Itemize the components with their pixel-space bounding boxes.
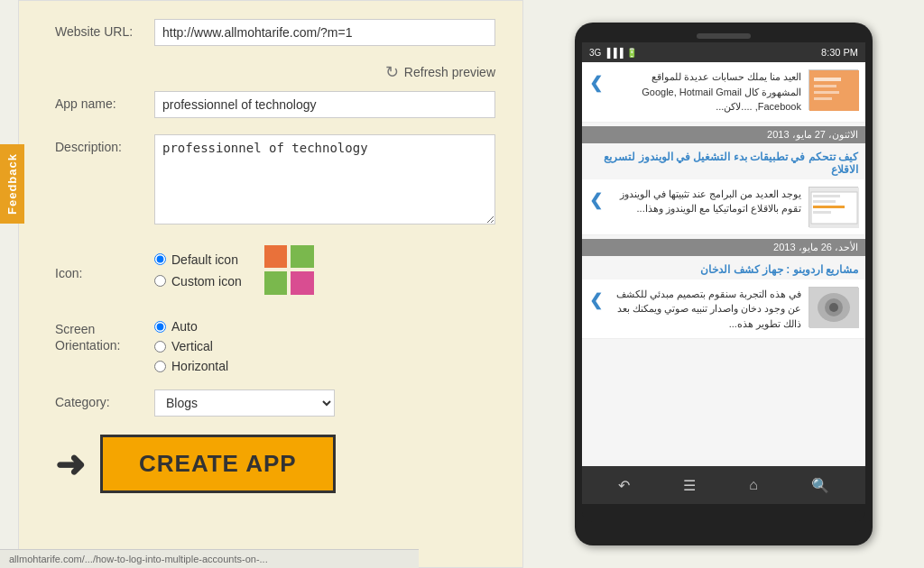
vertical-orientation-radio[interactable] — [154, 341, 166, 353]
svg-marker-1 — [291, 245, 314, 268]
list-item: ❮ في هذه التجربة سنقوم بتصميم مبدئي للكش… — [582, 279, 865, 340]
phone-bottom — [582, 504, 865, 522]
post-2-image — [808, 187, 858, 227]
create-app-button[interactable]: CREATE APP — [100, 435, 336, 493]
category-select[interactable]: Blogs News Technology Entertainment — [154, 389, 335, 417]
status-icons: 3G ▐▐▐ 🔋 — [589, 48, 637, 58]
svg-rect-12 — [813, 200, 836, 203]
vertical-orientation-option[interactable]: Vertical — [154, 339, 228, 353]
svg-rect-13 — [813, 206, 845, 208]
website-url-label: Website URL: — [55, 19, 154, 39]
post-3-text: في هذه التجربة سنقوم بتصميم مبدئي للكشف … — [610, 287, 801, 332]
custom-icon-radio[interactable] — [154, 275, 166, 287]
icon-row: Icon: Default icon Custom icon — [55, 241, 495, 299]
app-name-label: App name: — [55, 91, 154, 111]
vertical-orientation-label: Vertical — [171, 339, 213, 353]
refresh-preview-button[interactable]: ↻ Refresh preview — [385, 62, 495, 82]
phone-navigation: ↶ ☰ ⌂ 🔍 — [582, 466, 865, 504]
horizontal-orientation-label: Horizontal — [171, 359, 228, 373]
horizontal-orientation-option[interactable]: Horizontal — [154, 359, 228, 373]
website-url-row: Website URL: — [55, 19, 495, 46]
list-item: ❮ العيد منا يملك حسابات عديدة للمواقع ال… — [582, 62, 865, 123]
svg-rect-5 — [814, 78, 841, 81]
post-1-text: العيد منا يملك حسابات عديدة للمواقع المش… — [610, 69, 801, 115]
post-1-image — [808, 69, 858, 110]
app-name-input[interactable] — [154, 91, 495, 118]
svg-rect-4 — [809, 70, 859, 111]
svg-rect-7 — [814, 91, 839, 94]
phone-mockup: 3G ▐▐▐ 🔋 8:30 PM ❮ العيد منا يملك حسابات… — [575, 23, 873, 545]
network-icon: 3G — [589, 48, 601, 58]
chevron-left-icon: ❮ — [589, 287, 603, 310]
post-2-text: يوجد العديد من البرامج عند تثبيتها في ال… — [610, 187, 801, 216]
app-name-row: App name: — [55, 91, 495, 118]
post-3-image — [808, 287, 858, 327]
orientation-label: ScreenOrientation: — [55, 316, 154, 353]
feedback-tab[interactable]: Feedback — [0, 144, 24, 224]
svg-marker-0 — [264, 245, 287, 268]
description-textarea[interactable]: professionnel of technology — [154, 134, 495, 224]
create-row: ➜ CREATE APP — [55, 435, 495, 493]
screen-content[interactable]: ❮ العيد منا يملك حسابات عديدة للمواقع ال… — [582, 62, 865, 466]
svg-rect-11 — [813, 195, 840, 197]
phone-preview-panel: 3G ▐▐▐ 🔋 8:30 PM ❮ العيد منا يملك حسابات… — [523, 0, 924, 568]
date-header-1: الاثنون، 27 مايو، 2013 — [582, 126, 865, 143]
list-item: ❮ يوجد العديد من البرامج عند تثبيتها في … — [582, 179, 865, 235]
url-bar: allmohtarife.com/.../how-to-log-into-mul… — [0, 549, 419, 568]
custom-icon-label: Custom icon — [171, 274, 242, 289]
auto-orientation-label: Auto — [171, 319, 198, 334]
home-icon[interactable]: ⌂ — [749, 477, 758, 493]
refresh-label: Refresh preview — [404, 65, 495, 79]
phone-speaker — [697, 33, 751, 39]
back-icon[interactable]: ↶ — [618, 477, 630, 494]
svg-rect-14 — [813, 211, 831, 214]
battery-icon: 🔋 — [626, 48, 637, 58]
custom-icon-option[interactable]: Custom icon — [154, 274, 242, 289]
post-2-title: كيف تتحكم في تطبيقات بدء التشغيل في الوي… — [582, 147, 865, 179]
search-icon[interactable]: 🔍 — [811, 477, 829, 494]
form-panel: Website URL: ↻ Refresh preview App name:… — [18, 0, 523, 568]
phone-screen: 3G ▐▐▐ 🔋 8:30 PM ❮ العيد منا يملك حسابات… — [582, 42, 865, 466]
icon-preview — [260, 241, 319, 299]
orientation-row: ScreenOrientation: Auto Vertical Horizon… — [55, 316, 495, 373]
menu-icon[interactable]: ☰ — [683, 477, 696, 494]
post-3-title: مشاريع اردوينو : جهاز كشف الدخان — [582, 260, 865, 279]
icon-options: Default icon Custom icon — [154, 252, 242, 289]
horizontal-orientation-radio[interactable] — [154, 361, 166, 372]
auto-orientation-radio[interactable] — [154, 321, 166, 333]
svg-point-18 — [829, 303, 838, 312]
description-label: Description: — [55, 134, 154, 154]
svg-marker-3 — [291, 271, 314, 295]
category-row: Category: Blogs News Technology Entertai… — [55, 389, 495, 417]
icon-label: Icon: — [55, 261, 154, 280]
clock: 8:30 PM — [821, 47, 858, 58]
signal-icon: ▐▐▐ — [604, 48, 623, 58]
auto-orientation-option[interactable]: Auto — [154, 319, 228, 334]
category-label: Category: — [55, 389, 154, 409]
date-header-2: الأحد، 26 مايو، 2013 — [582, 239, 865, 256]
app-icon-svg — [260, 241, 319, 299]
chevron-left-icon: ❮ — [589, 187, 603, 210]
svg-marker-2 — [264, 271, 287, 295]
chevron-left-icon: ❮ — [589, 69, 603, 93]
description-row: Description: professionnel of technology — [55, 134, 495, 224]
orientation-options: Auto Vertical Horizontal — [154, 316, 228, 373]
svg-rect-8 — [814, 97, 832, 100]
svg-rect-6 — [814, 85, 836, 87]
refresh-icon: ↻ — [385, 62, 399, 82]
default-icon-label: Default icon — [171, 252, 238, 267]
status-bar: 3G ▐▐▐ 🔋 8:30 PM — [582, 42, 865, 62]
arrow-icon: ➜ — [55, 444, 86, 485]
refresh-row: ↻ Refresh preview — [154, 62, 495, 82]
website-url-input[interactable] — [154, 19, 495, 46]
default-icon-option[interactable]: Default icon — [154, 252, 242, 267]
default-icon-radio[interactable] — [154, 253, 166, 265]
